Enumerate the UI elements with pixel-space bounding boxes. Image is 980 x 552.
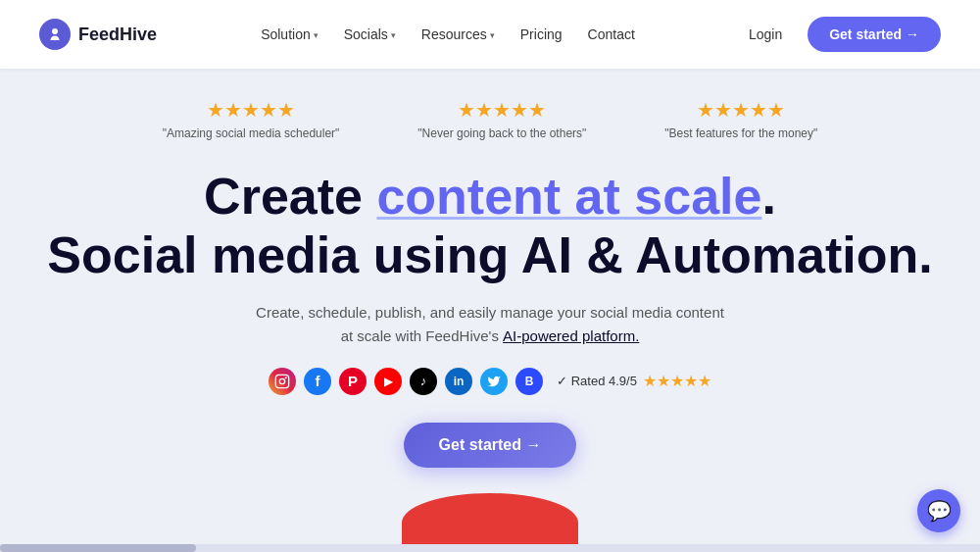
review-1: ★★★★★ "Amazing social media scheduler"	[163, 98, 340, 140]
tiktok-icon: ♪	[410, 368, 437, 395]
buffer-icon: B	[515, 368, 543, 395]
nav-get-started-button[interactable]: Get started →	[808, 17, 941, 52]
bottom-decoration	[402, 493, 578, 552]
resources-chevron: ▾	[490, 30, 495, 40]
twitter-icon	[480, 368, 508, 395]
svg-point-2	[279, 378, 284, 383]
hero-title-plain: Create	[204, 168, 376, 225]
chat-icon: 💬	[927, 499, 952, 523]
nav-contact[interactable]: Contact	[578, 21, 645, 48]
review-1-text: "Amazing social media scheduler"	[163, 126, 340, 140]
hero-title-line2: Social media using AI & Automation.	[47, 226, 932, 283]
logo-svg	[46, 25, 64, 43]
review-2-text: "Never going back to the others"	[417, 126, 586, 140]
scrollbar-thumb[interactable]	[0, 544, 196, 552]
logo-icon	[39, 19, 71, 50]
main-content: ★★★★★ "Amazing social media scheduler" ★…	[0, 69, 980, 468]
hero-get-started-button[interactable]: Get started →	[404, 423, 577, 468]
reviews-row: ★★★★★ "Amazing social media scheduler" ★…	[163, 98, 818, 140]
nav-resources[interactable]: Resources ▾	[412, 21, 505, 48]
nav-solution[interactable]: Solution ▾	[251, 21, 328, 48]
svg-point-0	[52, 28, 58, 34]
hero-title-period: .	[761, 168, 775, 225]
chat-bubble-button[interactable]: 💬	[917, 489, 960, 532]
hero-subtitle: Create, schedule, publish, and easily ma…	[255, 301, 725, 348]
scrollbar-track[interactable]	[0, 544, 980, 552]
review-2: ★★★★★ "Never going back to the others"	[417, 98, 586, 140]
nav-socials[interactable]: Socials ▾	[334, 21, 406, 48]
hero-ai-link[interactable]: AI-powered platform.	[503, 327, 639, 344]
linkedin-icon: in	[445, 368, 472, 395]
nav-pricing[interactable]: Pricing	[511, 21, 572, 48]
svg-rect-1	[275, 375, 288, 387]
review-3-stars: ★★★★★	[697, 98, 785, 122]
logo-text: FeedHive	[78, 25, 157, 45]
social-row: f P ▶ ♪ in B ✓ Rated 4.9/5 ★★★★★	[269, 368, 711, 395]
svg-point-3	[285, 376, 287, 378]
solution-chevron: ▾	[314, 30, 318, 40]
review-2-stars: ★★★★★	[458, 98, 546, 122]
rating-text: ✓ Rated 4.9/5	[557, 374, 637, 388]
youtube-icon: ▶	[374, 368, 402, 395]
nav-links: Solution ▾ Socials ▾ Resources ▾ Pricing…	[251, 21, 645, 48]
hero-title-highlight: content at scale	[376, 168, 761, 225]
navbar: FeedHive Solution ▾ Socials ▾ Resources …	[0, 0, 980, 69]
review-3: ★★★★★ "Best features for the money"	[664, 98, 817, 140]
hero-subtitle-plain: Create, schedule, publish, and easily ma…	[256, 304, 724, 344]
logo[interactable]: FeedHive	[39, 19, 157, 50]
login-link[interactable]: Login	[739, 21, 792, 48]
nav-right: Login Get started →	[739, 17, 941, 52]
review-1-stars: ★★★★★	[207, 98, 295, 122]
instagram-icon	[269, 368, 296, 395]
pinterest-icon: P	[339, 368, 367, 395]
rating-stars: ★★★★★	[643, 372, 711, 390]
rating-badge: ✓ Rated 4.9/5 ★★★★★	[557, 372, 711, 390]
review-3-text: "Best features for the money"	[664, 126, 817, 140]
hero-title: Create content at scale. Social media us…	[47, 168, 932, 285]
facebook-icon: f	[304, 368, 331, 395]
socials-chevron: ▾	[391, 30, 396, 40]
